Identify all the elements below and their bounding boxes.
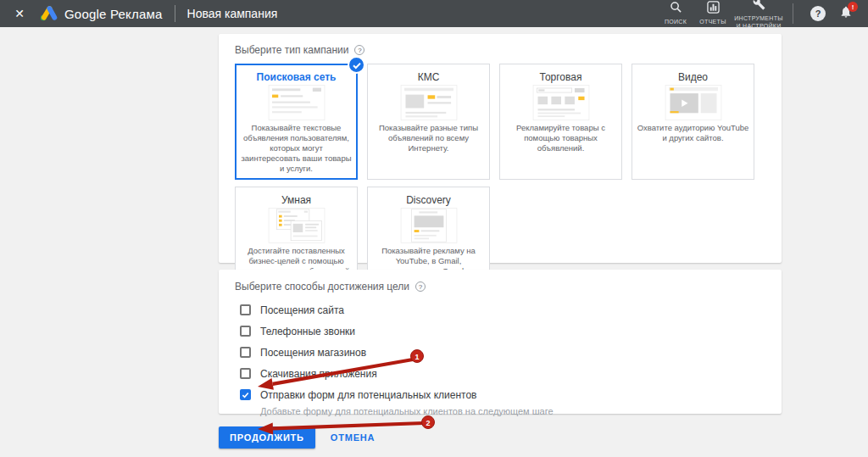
- card-description: Показывайте разные типы объявлений по вс…: [372, 123, 485, 153]
- annotation-badge-2: 2: [426, 419, 430, 427]
- card-description: Охватите аудиторию YouTube и других сайт…: [637, 123, 749, 143]
- close-icon[interactable]: ✕: [10, 7, 29, 20]
- help-circle-icon[interactable]: ?: [354, 45, 364, 55]
- campaign-type-panel: Выберите тип кампании ? Поисковая сеть П…: [219, 34, 782, 263]
- campaign-type-heading: Выберите тип кампании: [235, 44, 348, 56]
- checkbox-store-visits[interactable]: Посещения магазинов: [240, 342, 765, 363]
- cancel-button[interactable]: ОТМЕНА: [331, 432, 375, 443]
- card-title: Торговая: [504, 71, 617, 83]
- card-display-network[interactable]: КМС Показывайте разные типы объявлений п…: [367, 64, 490, 180]
- continue-button[interactable]: ПРОДОЛЖИТЬ: [219, 426, 315, 449]
- checkbox-icon[interactable]: [240, 326, 251, 337]
- checkbox-label: Посещения сайта: [260, 304, 344, 316]
- goal-methods-heading: Выберите способы достижения цели: [235, 281, 409, 293]
- checkbox-checked-icon[interactable]: [240, 389, 251, 400]
- reports-nav-button[interactable]: ОТЧЕТЫ: [694, 1, 732, 25]
- card-title: Видео: [637, 71, 749, 83]
- header-divider: [793, 3, 793, 24]
- display-network-illustration: [394, 85, 464, 120]
- lead-form-hint: Добавьте форму для потенциальных клиенто…: [260, 406, 765, 416]
- card-description: Показывайте текстовые объявления пользов…: [240, 123, 353, 174]
- footer-actions: ПРОДОЛЖИТЬ ОТМЕНА: [219, 426, 375, 449]
- wrench-icon: [753, 0, 765, 14]
- goal-options-list: Посещения сайта Телефонные звонки Посеще…: [235, 299, 765, 416]
- card-search-network[interactable]: Поисковая сеть Показывайте текстовые объ…: [235, 64, 358, 180]
- campaign-type-cards: Поисковая сеть Показывайте текстовые объ…: [235, 64, 765, 303]
- card-shopping[interactable]: Торговая Рекламируйте товары с помощью т…: [499, 64, 622, 180]
- search-icon: [670, 1, 682, 17]
- notifications-button[interactable]: !: [839, 5, 853, 22]
- card-description: Рекламируйте товары с помощью товарных о…: [504, 123, 617, 153]
- video-illustration: [659, 85, 728, 120]
- notification-badge: !: [848, 2, 858, 12]
- tools-nav-button[interactable]: ИНСТРУМЕНТЫ И НАСТРОЙКИ: [732, 0, 786, 30]
- tools-nav-label: ИНСТРУМЕНТЫ И НАСТРОЙКИ: [734, 15, 783, 29]
- card-title: Discovery: [372, 194, 485, 206]
- search-nav-label: ПОИСК: [665, 19, 687, 25]
- reports-nav-label: ОТЧЕТЫ: [699, 19, 726, 25]
- help-circle-icon[interactable]: ?: [415, 281, 426, 292]
- google-ads-logo-icon: [39, 4, 58, 23]
- help-icon[interactable]: ?: [810, 6, 826, 21]
- checkbox-phone-calls[interactable]: Телефонные звонки: [240, 320, 765, 342]
- checkbox-site-visits[interactable]: Посещения сайта: [240, 299, 765, 320]
- selected-check-icon: [348, 56, 365, 74]
- page-title: Новая кампания: [187, 7, 278, 20]
- checkbox-label: Скачивания приложения: [260, 368, 377, 380]
- card-title: Умная: [240, 194, 353, 206]
- top-bar: ✕ Google Реклама Новая кампания ПОИСК ОТ…: [0, 0, 868, 27]
- checkbox-lead-form-submissions[interactable]: Отправки форм для потенциальных клиентов: [240, 384, 765, 405]
- search-nav-button[interactable]: ПОИСК: [657, 1, 694, 25]
- checkbox-icon[interactable]: [240, 304, 251, 315]
- reports-icon: [707, 1, 720, 17]
- discovery-illustration: [394, 208, 464, 243]
- card-video[interactable]: Видео Охватите аудиторию YouTube и други…: [632, 64, 754, 180]
- smart-illustration: [262, 208, 331, 243]
- checkbox-label: Посещения магазинов: [260, 347, 366, 359]
- checkbox-label: Телефонные звонки: [260, 326, 355, 337]
- checkbox-app-downloads[interactable]: Скачивания приложения: [240, 363, 765, 384]
- card-title: КМС: [372, 71, 485, 83]
- goal-methods-panel: Выберите способы достижения цели ? Посещ…: [219, 270, 782, 414]
- checkbox-icon[interactable]: [240, 347, 251, 358]
- shopping-illustration: [526, 85, 596, 120]
- header-divider: [175, 5, 175, 22]
- checkbox-icon[interactable]: [240, 368, 251, 379]
- search-network-illustration: [262, 85, 331, 120]
- brand-name: Google Реклама: [64, 7, 163, 21]
- checkbox-label: Отправки форм для потенциальных клиентов: [260, 389, 476, 401]
- card-title: Поисковая сеть: [240, 71, 353, 83]
